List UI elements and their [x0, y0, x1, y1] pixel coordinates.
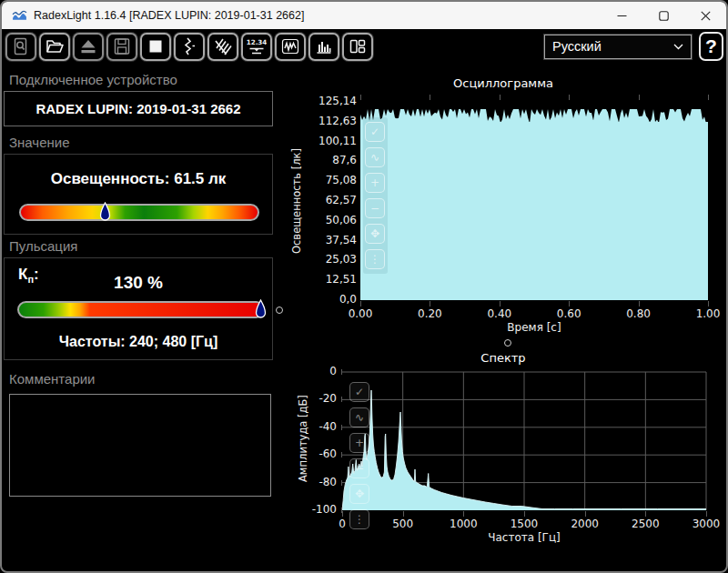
axis-tick-mark	[341, 425, 342, 430]
chart-pan-button[interactable]: ✥	[365, 224, 385, 244]
magnifier-icon	[11, 36, 31, 56]
chart-curve-button[interactable]: ∿	[365, 147, 385, 167]
minimize-button[interactable]	[601, 2, 642, 29]
spectrum-plot[interactable]: ✓∿+−✥⋮	[342, 372, 706, 510]
chart-pan-button[interactable]: ✥	[349, 484, 369, 504]
pulsation-scale-bar	[17, 301, 265, 318]
oscillogram-title: Осциллограмма	[284, 76, 723, 90]
language-value: Русский	[552, 39, 602, 54]
spectrum-chart-toolbar: ✓∿+−✥⋮	[349, 379, 372, 532]
app-window: RadexLight 1.16.4 [RADEX LUPIN: 2019-01-…	[0, 0, 728, 573]
pulsation-panel: Кп: 130 % Частоты: 240; 480 [Гц]	[4, 257, 273, 360]
axis-tick-mark	[524, 511, 525, 517]
axis-tick-mark	[341, 480, 342, 486]
axis-tick-mark	[430, 95, 430, 100]
axis-tick-mark	[569, 95, 570, 100]
y-tick-label: -60	[297, 447, 337, 460]
start-measurement-button[interactable]	[174, 33, 205, 61]
y-tick-label: -40	[297, 420, 337, 433]
x-tick-label: 0.80	[612, 307, 666, 320]
axis-tick-mark	[403, 511, 404, 517]
y-tick-label: 0	[297, 365, 337, 377]
stop-icon	[146, 36, 166, 56]
y-tick-label: 125,14	[298, 95, 357, 107]
find-device-button[interactable]	[5, 33, 36, 61]
illumination-mode-button[interactable]	[207, 33, 238, 61]
x-tick-label: 1500	[497, 518, 551, 530]
numeric-display-view-button[interactable]: 12.34	[241, 33, 272, 61]
chart-zoom-in-button[interactable]: +	[349, 433, 369, 453]
x-tick-label: 3000	[679, 518, 728, 530]
axis-tick-mark	[645, 511, 646, 517]
svg-text:12.34: 12.34	[247, 38, 267, 46]
close-button[interactable]	[684, 2, 726, 29]
bar-chart-icon	[314, 36, 334, 56]
axis-tick-mark	[569, 301, 570, 307]
pulse-icon	[179, 36, 199, 56]
oscillogram-xlabel: Время [с]	[360, 321, 708, 334]
open-file-button[interactable]	[39, 33, 70, 61]
x-tick-label: 0.20	[402, 307, 457, 320]
floppy-icon	[112, 36, 132, 56]
comments-input[interactable]	[9, 394, 271, 497]
axis-tick-mark	[639, 95, 640, 100]
vertical-splitter-grip[interactable]	[276, 307, 283, 314]
x-tick-label: 0.60	[541, 307, 596, 320]
eject-device-button[interactable]	[73, 33, 104, 61]
y-tick-label: 87,6	[298, 154, 357, 166]
y-tick-label: 100,11	[298, 135, 357, 147]
maximize-button[interactable]	[642, 2, 684, 29]
axis-tick-mark	[341, 369, 342, 375]
value-header: Значение	[9, 135, 70, 150]
chart-zoom-in-button[interactable]: +	[365, 173, 385, 193]
stop-measurement-button[interactable]	[140, 33, 171, 61]
x-tick-label: 500	[376, 518, 430, 530]
pulsation-marker-icon	[255, 299, 267, 320]
oscillogram-chart: Осциллограмма Освещенность [лк] 125,1411…	[284, 73, 723, 338]
y-tick-label: -100	[297, 503, 337, 516]
spectrum-view-button[interactable]	[308, 33, 339, 61]
chart-more-button[interactable]: ⋮	[365, 249, 385, 269]
y-tick-label: 25,03	[298, 253, 357, 266]
layout-view-button[interactable]	[342, 33, 373, 61]
main-toolbar: 12.34 Русский ?	[2, 29, 726, 64]
illuminance-scale-bar	[19, 204, 259, 221]
y-tick-label: 50,06	[298, 214, 357, 226]
axis-tick-mark	[500, 301, 500, 307]
spectrum-xlabel: Частота [Гц]	[342, 531, 706, 544]
x-tick-label: 1000	[436, 518, 490, 530]
rays-icon	[213, 36, 233, 56]
device-name-box: RADEX LUPIN: 2019-01-31 2662	[4, 91, 273, 126]
oscillogram-view-button[interactable]	[275, 33, 306, 61]
chart-zoom-out-button[interactable]: −	[365, 198, 385, 218]
x-tick-label: 1.00	[681, 307, 728, 320]
chart-zoom-out-button[interactable]: −	[349, 458, 369, 478]
y-tick-label: 112,63	[298, 115, 357, 127]
chart-check-button[interactable]: ✓	[349, 382, 369, 402]
y-tick-label: 0,0	[298, 293, 357, 306]
y-tick-label: 37,54	[298, 234, 357, 246]
spectrum-title: Спектр	[284, 351, 723, 365]
axis-tick-mark	[639, 301, 640, 307]
axis-tick-mark	[585, 511, 586, 517]
pulsation-header: Пульсация	[9, 238, 77, 254]
axis-tick-mark	[430, 301, 430, 307]
oscillogram-chart-toolbar: ✓∿+−✥⋮	[363, 117, 388, 274]
axis-tick-mark	[360, 95, 361, 100]
chart-curve-button[interactable]: ∿	[349, 407, 369, 427]
language-select[interactable]: Русский	[544, 35, 692, 59]
eject-icon	[78, 36, 98, 56]
waveform-icon	[280, 36, 300, 56]
save-record-button[interactable]	[106, 33, 137, 61]
y-tick-label: 75,08	[298, 174, 357, 186]
axis-tick-mark	[463, 511, 464, 517]
axis-tick-mark	[500, 95, 500, 100]
help-button[interactable]: ?	[699, 32, 723, 61]
y-tick-label: -20	[297, 392, 337, 405]
chart-check-button[interactable]: ✓	[365, 122, 385, 142]
kp-value: 130 %	[5, 273, 272, 293]
y-tick-label: -80	[297, 476, 337, 488]
axis-tick-mark	[341, 397, 342, 402]
oscillogram-plot[interactable]: ✓∿+−✥⋮	[360, 102, 708, 300]
title-bar[interactable]: RadexLight 1.16.4 [RADEX LUPIN: 2019-01-…	[2, 2, 726, 29]
